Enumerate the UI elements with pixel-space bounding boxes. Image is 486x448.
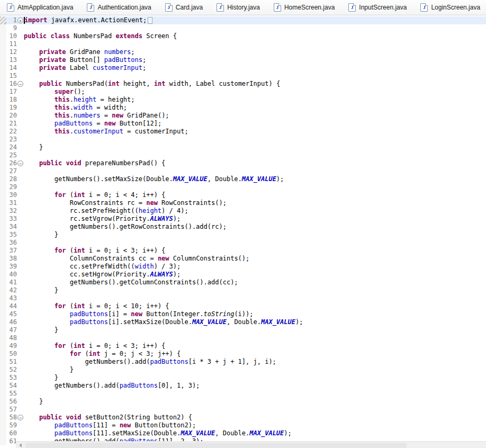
marker-bar-cell[interactable] (0, 366, 6, 374)
marker-bar-cell[interactable] (0, 358, 6, 366)
tab-authentication-java[interactable]: JAuthentication.java (80, 0, 158, 15)
code-text[interactable] (24, 183, 486, 191)
marker-bar-cell[interactable] (0, 318, 6, 326)
code-text[interactable]: rc.setVgrow(Priority.ALWAYS); (24, 215, 486, 223)
range-indicator-marker[interactable] (0, 16, 6, 24)
code-text[interactable]: getNumbers().getColumnConstraints().add(… (24, 279, 486, 286)
marker-bar-cell[interactable] (0, 48, 6, 56)
marker-bar-cell[interactable] (0, 286, 6, 294)
tab-history-java[interactable]: JHistory.java (210, 0, 267, 15)
marker-bar-cell[interactable] (0, 326, 6, 334)
fold-expand-icon[interactable]: + (17, 17, 23, 23)
code-text[interactable] (24, 151, 486, 159)
code-text[interactable]: this.width = width; (24, 104, 486, 112)
code-text[interactable]: padButtons[i] = new Button(Integer.toStr… (24, 310, 486, 318)
marker-bar-cell[interactable] (0, 406, 6, 414)
marker-bar-cell[interactable] (0, 96, 6, 104)
code-text[interactable]: getNumbers().add(padButtons[0], 1, 3); (24, 382, 486, 390)
horizontal-scrollbar[interactable] (16, 441, 486, 448)
marker-bar-cell[interactable] (0, 167, 6, 175)
tab-inputscreen-java[interactable]: JInputScreen.java (341, 0, 413, 15)
code-text[interactable]: ColumnConstraints cc = new ColumnConstra… (24, 255, 486, 263)
code-text[interactable] (24, 239, 486, 247)
code-text[interactable]: cc.setHgrow(Priority.ALWAYS); (24, 271, 486, 279)
marker-bar-cell[interactable] (0, 112, 6, 120)
code-text[interactable]: RowConstraints rc = new RowConstraints()… (24, 199, 486, 207)
marker-bar-cell[interactable] (0, 294, 6, 302)
marker-bar-cell[interactable] (0, 136, 6, 144)
code-text[interactable]: } (24, 286, 486, 294)
marker-bar-cell[interactable] (0, 199, 6, 207)
code-text[interactable]: } (24, 231, 486, 239)
code-text[interactable]: this.height = height; (24, 96, 486, 104)
marker-bar-cell[interactable] (0, 334, 6, 342)
code-text[interactable]: super(); (24, 88, 486, 96)
fold-collapse-icon[interactable]: − (17, 415, 23, 420)
code-text[interactable]: private Button[] padButtons; (24, 56, 486, 64)
code-text[interactable]: for (int i = 0; i < 4; i++) { (24, 191, 486, 199)
marker-bar-cell[interactable] (0, 64, 6, 72)
marker-bar-cell[interactable] (0, 279, 6, 286)
code-text[interactable] (24, 24, 486, 32)
code-text[interactable]: this.numbers = new GridPane(); (24, 112, 486, 120)
code-text[interactable]: private Label customerInput; (24, 64, 486, 72)
marker-bar-cell[interactable] (0, 32, 6, 40)
marker-bar-cell[interactable] (0, 310, 6, 318)
marker-bar-cell[interactable] (0, 88, 6, 96)
marker-bar-cell[interactable] (0, 72, 6, 80)
code-text[interactable]: } (24, 398, 486, 406)
marker-bar-cell[interactable] (0, 207, 6, 215)
marker-bar-cell[interactable] (0, 374, 6, 382)
code-text[interactable]: getNumbers().setMaxSize(Double.MAX_VALUE… (24, 175, 486, 183)
code-text[interactable]: for (int i = 0; i < 3; i++) { (24, 247, 486, 255)
marker-bar-cell[interactable] (0, 120, 6, 128)
marker-bar-cell[interactable] (0, 390, 6, 398)
code-text[interactable]: public void prepareNumbersPad() { (24, 159, 486, 167)
marker-bar-cell[interactable] (0, 40, 6, 48)
code-text[interactable] (24, 72, 486, 80)
marker-bar-cell[interactable] (0, 422, 6, 429)
code-text[interactable] (24, 294, 486, 302)
marker-bar-cell[interactable] (0, 175, 6, 183)
fold-collapse-icon[interactable]: − (17, 160, 23, 166)
marker-bar-cell[interactable] (0, 437, 6, 445)
code-text[interactable]: public NumbersPad(int height, int width,… (24, 80, 486, 88)
marker-bar-cell[interactable] (0, 144, 6, 151)
code-text[interactable]: getNumbers().getRowConstraints().add(rc)… (24, 223, 486, 231)
code-text[interactable]: public class NumbersPad extends Screen { (24, 32, 486, 40)
code-text[interactable]: padButtons = new Button[12]; (24, 120, 486, 128)
code-editor[interactable]: 1+import javafx.event.ActionEvent;910pub… (0, 15, 486, 448)
marker-bar-cell[interactable] (0, 350, 6, 358)
marker-bar-cell[interactable] (0, 255, 6, 263)
code-text[interactable] (24, 136, 486, 144)
code-text[interactable] (24, 167, 486, 175)
tab-homescreen-java[interactable]: JHomeScreen.java (267, 0, 341, 15)
code-text[interactable]: public void setButton2(String button2) { (24, 414, 486, 422)
code-text[interactable]: } (24, 374, 486, 382)
code-text[interactable]: } (24, 326, 486, 334)
marker-bar-cell[interactable] (0, 247, 6, 255)
marker-bar-cell[interactable] (0, 104, 6, 112)
code-text[interactable] (24, 334, 486, 342)
marker-bar-cell[interactable] (0, 159, 6, 167)
code-text[interactable]: for (int i = 0; i < 10; i++) { (24, 302, 486, 310)
marker-bar-cell[interactable] (0, 151, 6, 159)
code-text[interactable] (24, 406, 486, 414)
code-text[interactable]: padButtons[i].setMaxSize(Double.MAX_VALU… (24, 318, 486, 326)
code-text[interactable] (24, 40, 486, 48)
marker-bar-cell[interactable] (0, 342, 6, 350)
marker-bar-cell[interactable] (0, 80, 6, 88)
marker-bar-cell[interactable] (0, 128, 6, 136)
marker-bar-cell[interactable] (0, 302, 6, 310)
code-text[interactable]: cc.setPrefWidth((width) / 3); (24, 263, 486, 271)
tab-loginscreen-java[interactable]: JLoginScreen.java (413, 0, 486, 15)
fold-collapse-icon[interactable]: − (17, 81, 23, 87)
scrollbar-left-arrow-icon[interactable] (16, 442, 24, 448)
code-text[interactable]: padButtons[11] = new Button(button2); (24, 422, 486, 429)
code-text[interactable]: padButtons[11].setMaxSize(Double.MAX_VAL… (24, 429, 486, 437)
marker-bar-cell[interactable] (0, 239, 6, 247)
marker-bar-cell[interactable] (0, 382, 6, 390)
marker-bar-cell[interactable] (0, 24, 6, 32)
code-text[interactable]: this.customerInput = customerInput; (24, 128, 486, 136)
marker-bar-cell[interactable] (0, 263, 6, 271)
